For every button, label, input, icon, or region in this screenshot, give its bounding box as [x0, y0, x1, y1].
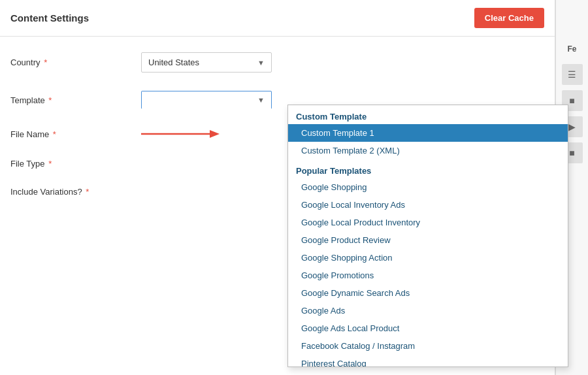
custom-template-section-header: Custom Template	[288, 105, 568, 124]
svg-marker-1	[210, 130, 220, 138]
dropdown-item-custom-1[interactable]: Custom Template 1	[288, 124, 568, 142]
chevron-down-template-icon: ▼	[257, 96, 265, 104]
dropdown-item-google-ads[interactable]: Google Ads	[288, 302, 568, 319]
dropdown-item-google-local-inventory-ads[interactable]: Google Local Inventory Ads	[288, 196, 568, 214]
red-arrow-icon	[141, 127, 220, 140]
dropdown-item-google-local-product-inventory[interactable]: Google Local Product Inventory	[288, 214, 568, 231]
panel-title: Content Settings	[10, 12, 89, 24]
required-star-variations: *	[84, 187, 90, 197]
clear-cache-button[interactable]: Clear Cache	[474, 8, 544, 28]
dropdown-item-facebook-catalog[interactable]: Facebook Catalog / Instagram	[288, 337, 568, 355]
template-control: ▼	[141, 91, 272, 109]
sidebar-icon-1[interactable]: ☰	[562, 64, 583, 85]
template-label: Template *	[10, 95, 141, 105]
dropdown-item-google-ads-local-product[interactable]: Google Ads Local Product	[288, 319, 568, 337]
dropdown-item-google-product-review[interactable]: Google Product Review	[288, 231, 568, 249]
dropdown-item-google-dynamic-search-ads[interactable]: Google Dynamic Search Ads	[288, 284, 568, 302]
dropdown-item-google-shopping[interactable]: Google Shopping	[288, 178, 568, 196]
country-label: Country *	[10, 57, 141, 67]
template-dropdown: Custom Template Custom Template 1 Custom…	[287, 105, 568, 367]
include-variations-label: Include Variations? *	[10, 187, 141, 197]
chevron-down-icon: ▼	[257, 59, 265, 67]
popular-templates-section-header: Popular Templates	[288, 159, 568, 178]
dropdown-item-google-promotions[interactable]: Google Promotions	[288, 267, 568, 284]
country-select[interactable]: United States ▼	[141, 52, 272, 73]
panel-header: Content Settings Clear Cache	[0, 0, 555, 37]
dropdown-item-custom-2[interactable]: Custom Template 2 (XML)	[288, 142, 568, 159]
template-select[interactable]: ▼	[141, 91, 272, 109]
required-star-filename: *	[50, 129, 56, 139]
dropdown-scroll-area[interactable]: Custom Template Custom Template 1 Custom…	[288, 105, 568, 367]
country-row: Country * United States ▼	[10, 52, 544, 73]
required-star-template: *	[46, 95, 52, 105]
main-panel: Content Settings Clear Cache Country * U…	[0, 0, 555, 375]
file-name-label: File Name *	[10, 129, 141, 139]
sidebar-label: Fe	[564, 39, 579, 59]
required-star-filetype: *	[46, 159, 52, 169]
file-type-label: File Type *	[10, 159, 141, 169]
dropdown-item-pinterest-catalog[interactable]: Pinterest Catalog	[288, 355, 568, 367]
dropdown-item-google-shopping-action[interactable]: Google Shopping Action	[288, 249, 568, 267]
required-star: *	[42, 57, 48, 67]
country-control: United States ▼	[141, 52, 272, 73]
